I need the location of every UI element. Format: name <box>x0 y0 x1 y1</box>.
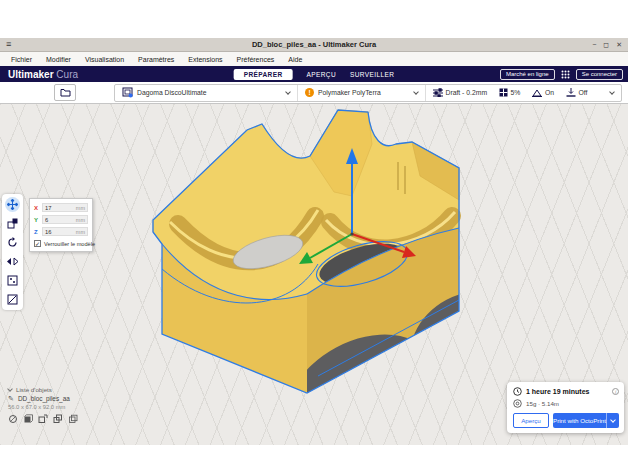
z-axis-label: Z <box>34 229 39 235</box>
x-position-input[interactable] <box>45 205 65 211</box>
menu-preferences[interactable]: Préférences <box>230 56 282 63</box>
menu-aide[interactable]: Aide <box>281 56 309 63</box>
z-position-input[interactable] <box>45 229 65 235</box>
menu-bar: Fichier Modifier Visualisation Paramètre… <box>0 52 628 66</box>
wireframe-cube-icon[interactable] <box>68 414 78 424</box>
app-logo: Ultimaker Cura <box>8 69 78 80</box>
marketplace-button[interactable]: Marché en ligne <box>500 69 555 80</box>
adhesion-value: Off <box>578 89 587 96</box>
app-header: Ultimaker Cura PRÉPARER APERÇU SURVEILLE… <box>0 66 628 82</box>
solid-cube-icon[interactable] <box>23 414 33 424</box>
support-icon <box>532 88 542 97</box>
tool-strip <box>2 194 23 310</box>
print-button[interactable]: Print with OctoPrint <box>553 413 619 428</box>
model-dimensions: 56.0 x 67.0 x 92.0 mm <box>8 404 78 410</box>
y-axis-label: Y <box>34 217 39 223</box>
rotate-tool-button[interactable] <box>5 235 20 250</box>
open-file-button[interactable] <box>54 84 76 101</box>
y-position-field[interactable]: mm <box>42 215 88 224</box>
y-position-row: Y mm <box>34 215 88 224</box>
y-position-input[interactable] <box>45 217 65 223</box>
move-tool-panel: X mm Y mm Z mm ✓ <box>29 198 93 252</box>
object-list-item[interactable]: ✎ DD_bloc_piles_aa <box>8 395 78 402</box>
3d-viewport[interactable]: X mm Y mm Z mm ✓ <box>0 104 628 445</box>
print-button-label: Print with OctoPrint <box>553 417 606 424</box>
clock-icon <box>513 387 522 396</box>
object-list: Liste d'objets ✎ DD_bloc_piles_aa 56.0 x… <box>8 386 78 424</box>
menu-fichier[interactable]: Fichier <box>4 56 39 63</box>
print-options-chevron[interactable] <box>606 413 619 428</box>
apps-grid-icon[interactable] <box>561 70 570 79</box>
support-value: On <box>545 89 554 96</box>
infill-value: 5% <box>511 89 521 96</box>
scene-tools <box>8 414 78 424</box>
settings-chevron-icon <box>609 89 615 95</box>
rename-pencil-icon[interactable]: ✎ <box>8 395 14 402</box>
scale-tool-button[interactable] <box>5 216 20 231</box>
z-position-field[interactable]: mm <box>42 227 88 236</box>
printer-name: Dagoma DiscoUltimate <box>137 89 207 96</box>
lock-model-label: Verrouiller le modèle <box>44 241 95 247</box>
print-settings-selector[interactable]: Draft - 0.2mm 5% On <box>425 85 621 101</box>
preview-button[interactable]: Aperçu <box>513 413 549 428</box>
folder-icon <box>60 88 71 97</box>
spool-icon <box>513 399 522 408</box>
menu-extensions[interactable]: Extensions <box>181 56 229 63</box>
mirror-tool-button[interactable] <box>5 254 20 269</box>
printer-icon <box>122 87 133 98</box>
close-icon[interactable]: ✕ <box>616 41 622 48</box>
arrange-cube-icon[interactable] <box>38 414 48 424</box>
title-bar: ≡ DD_bloc_piles_aa - Ultimaker Cura − ◻ … <box>0 38 628 52</box>
action-panel: 1 heure 19 minutes i 15g · 5.14m Aperçu … <box>507 382 624 433</box>
logo-ultimaker: Ultimaker <box>8 69 54 80</box>
info-icon[interactable]: i <box>612 388 619 395</box>
minimize-icon[interactable]: − <box>592 41 596 48</box>
menu-visualisation[interactable]: Visualisation <box>78 56 131 63</box>
menu-parametres[interactable]: Paramètres <box>131 56 181 63</box>
z-position-row: Z mm <box>34 227 88 236</box>
x-axis-label: X <box>34 205 39 211</box>
printer-chevron-icon <box>285 89 291 95</box>
tab-apercu[interactable]: APERÇU <box>307 71 337 78</box>
profile-label: Draft - 0.2mm <box>446 89 488 96</box>
object-list-title: Liste d'objets <box>16 386 52 393</box>
material-selector[interactable]: ! Polymaker PolyTerra <box>297 85 425 101</box>
lock-model-row: ✓ Verrouiller le modèle <box>34 240 88 247</box>
cura-window: ≡ DD_bloc_piles_aa - Ultimaker Cura − ◻ … <box>0 38 628 445</box>
object-list-chevron-icon <box>7 386 13 392</box>
tab-surveiller[interactable]: SURVEILLER <box>350 71 394 78</box>
configuration-selector: Dagoma DiscoUltimate ! Polymaker PolyTer… <box>114 84 622 102</box>
per-model-settings-button[interactable] <box>5 273 20 288</box>
model-name: DD_bloc_piles_aa <box>18 395 70 402</box>
material-warning-icon: ! <box>305 88 314 97</box>
z-unit: mm <box>76 229 85 235</box>
lock-model-checkbox[interactable]: ✓ <box>34 240 41 247</box>
material-name: Polymaker PolyTerra <box>318 89 381 96</box>
logo-cura: Cura <box>56 69 78 80</box>
menu-modifier[interactable]: Modifier <box>39 56 78 63</box>
adhesion-icon <box>566 88 576 97</box>
duplicate-cube-icon[interactable] <box>53 414 63 424</box>
material-usage: 15g · 5.14m <box>526 400 559 407</box>
window-title: DD_bloc_piles_aa - Ultimaker Cura <box>0 40 628 49</box>
y-unit: mm <box>76 217 85 223</box>
support-blocker-button[interactable] <box>5 292 20 307</box>
maximize-icon[interactable]: ◻ <box>603 41 609 48</box>
object-list-header[interactable]: Liste d'objets <box>8 386 78 393</box>
print-time: 1 heure 19 minutes <box>526 388 589 395</box>
printer-selector[interactable]: Dagoma DiscoUltimate <box>115 85 297 101</box>
sphere-view-icon[interactable] <box>8 414 18 424</box>
chevron-down-icon <box>610 417 616 423</box>
infill-icon <box>499 88 508 97</box>
move-tool-button[interactable] <box>5 197 20 212</box>
x-position-field[interactable]: mm <box>42 203 88 212</box>
sign-in-button[interactable]: Se connecter <box>576 69 623 80</box>
tab-preparer[interactable]: PRÉPARER <box>234 69 293 80</box>
action-buttons: Aperçu Print with OctoPrint <box>513 413 619 428</box>
material-usage-row: 15g · 5.14m <box>513 399 619 408</box>
x-position-row: X mm <box>34 203 88 212</box>
sliders-icon <box>433 88 443 97</box>
x-unit: mm <box>76 205 85 211</box>
material-chevron-icon <box>413 89 419 95</box>
print-time-row: 1 heure 19 minutes i <box>513 387 619 396</box>
